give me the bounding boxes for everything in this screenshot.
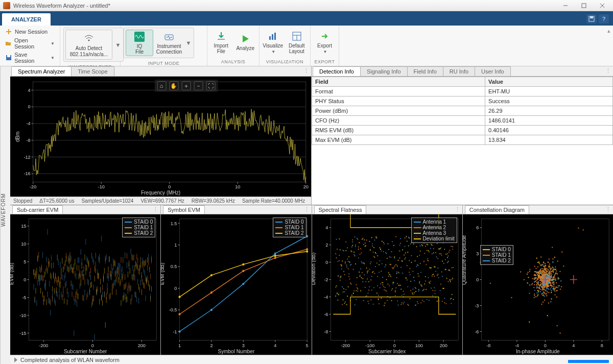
- minimize-button[interactable]: [558, 0, 573, 11]
- auto-detect-button[interactable]: Auto Detect 802.11a/n/ac/a...: [65, 30, 112, 60]
- svg-point-973: [450, 281, 451, 282]
- panel-menu-icon[interactable]: ⋮: [304, 206, 310, 213]
- maximize-button[interactable]: [576, 0, 592, 11]
- svg-point-721: [383, 286, 384, 287]
- svg-point-1718: [560, 280, 561, 281]
- save-session-button[interactable]: Save Session ▼: [3, 51, 57, 64]
- save-icon[interactable]: [586, 14, 597, 23]
- instrument-connection-label: Instrument Connection: [156, 43, 182, 55]
- svg-point-526: [358, 257, 359, 258]
- tab-user-info[interactable]: User Info: [475, 66, 511, 76]
- svg-point-828: [343, 288, 344, 289]
- svg-point-660: [338, 275, 339, 276]
- svg-point-705: [371, 276, 372, 277]
- svg-point-817: [335, 296, 336, 297]
- svg-point-818: [336, 285, 337, 286]
- svg-point-1489: [544, 293, 545, 294]
- svg-point-1605: [540, 276, 541, 277]
- svg-point-904: [399, 250, 400, 251]
- panel-menu-icon[interactable]: ⋮: [153, 206, 158, 213]
- panel-menu-icon[interactable]: ⋮: [455, 206, 460, 213]
- svg-point-517: [351, 247, 352, 248]
- svg-point-560: [383, 251, 384, 252]
- close-button[interactable]: [595, 0, 610, 11]
- svg-point-1706: [542, 264, 543, 265]
- con-ylabel: Quadrature Amplitude: [463, 235, 467, 284]
- waveform-side-tab[interactable]: WAVEFORM: [0, 66, 10, 364]
- svg-text:100: 100: [415, 342, 422, 348]
- svg-point-1297: [583, 229, 584, 230]
- svg-point-932: [419, 251, 420, 252]
- svg-point-638: [440, 247, 441, 248]
- svg-point-548: [374, 239, 375, 240]
- panel-menu-icon[interactable]: ⋮: [605, 206, 611, 213]
- svg-point-1387: [551, 285, 552, 286]
- svg-point-938: [424, 283, 425, 284]
- fullscreen-icon[interactable]: ⛶: [206, 81, 215, 90]
- svg-text:20: 20: [303, 184, 309, 189]
- svg-point-853: [361, 239, 362, 240]
- svg-point-1067: [551, 292, 552, 293]
- constellation-plot[interactable]: -8-4048-6-3036 STAID 0STAID 1STAID 2 In-…: [463, 214, 613, 355]
- panel-menu-icon[interactable]: ⋮: [605, 67, 611, 74]
- input-mode-dropdown[interactable]: ▼: [185, 40, 192, 46]
- tab-spectrum-analyzer[interactable]: Spectrum Analyzer: [11, 66, 72, 76]
- tab-spectral-flatness[interactable]: Spectral Flatness: [314, 205, 367, 214]
- svg-text:-0.5: -0.5: [169, 307, 177, 312]
- svg-point-554: [379, 272, 380, 273]
- svg-point-966: [444, 269, 445, 270]
- analyze-button[interactable]: Analyze: [235, 32, 256, 52]
- subcarrier-evm-plot[interactable]: -2000200-15-10-5051015 STAID 0STAID 1STA…: [10, 214, 160, 355]
- tab-symbol-evm[interactable]: Symbol EVM: [163, 205, 205, 214]
- svg-text:0: 0: [168, 184, 171, 189]
- svg-text:-100: -100: [365, 342, 374, 348]
- svg-point-1100: [546, 287, 547, 288]
- tab-time-scope[interactable]: Time Scope: [71, 66, 114, 76]
- tab-detection-info[interactable]: Detection Info: [313, 66, 361, 76]
- svg-point-607: [417, 303, 418, 304]
- visualize-button[interactable]: Visualize ▼: [263, 30, 284, 55]
- svg-point-464: [306, 248, 308, 250]
- zoom-out-icon[interactable]: －: [194, 81, 203, 90]
- svg-point-1717: [542, 293, 543, 294]
- svg-point-564: [386, 253, 387, 254]
- open-session-button[interactable]: Open Session ▼: [3, 37, 57, 50]
- svg-point-658: [336, 249, 337, 250]
- new-session-button[interactable]: New Session: [3, 28, 57, 36]
- svg-point-671: [346, 264, 347, 265]
- collapse-toolstrip-button[interactable]: ▴: [605, 26, 613, 66]
- tab-ru-info[interactable]: RU Info: [443, 66, 475, 76]
- tab-constellation[interactable]: Constellation Diagram: [465, 205, 529, 214]
- svg-point-1557: [548, 286, 549, 287]
- pan-icon[interactable]: ✋: [169, 81, 178, 90]
- spectrum-plot[interactable]: -20-1001020-16-12-8-404 ⌂ ✋ ＋ － ⛶ Freque…: [10, 77, 311, 197]
- tab-field-info[interactable]: Field Info: [407, 66, 443, 76]
- import-file-button[interactable]: Import File: [210, 30, 232, 55]
- panel-menu-icon[interactable]: ⋮: [303, 67, 309, 74]
- info-field: Format: [312, 87, 485, 96]
- export-button[interactable]: Export ▼: [314, 30, 336, 55]
- svg-text:10: 10: [235, 184, 240, 189]
- svg-point-884: [384, 302, 385, 303]
- symbol-evm-plot[interactable]: 12345-1-0.500.511.5 STAID 0STAID 1STAID …: [161, 214, 311, 355]
- svg-point-592: [406, 279, 407, 280]
- svg-point-1738: [544, 296, 545, 297]
- default-layout-button[interactable]: Default Layout: [287, 30, 308, 55]
- open-session-label: Open Session: [14, 37, 47, 50]
- tab-subcarrier-evm[interactable]: Sub-carrier EVM: [12, 205, 63, 214]
- status-rate: Sample Rate=40.0000 MHz: [242, 198, 305, 204]
- iq-file-button[interactable]: IQ File: [126, 30, 153, 56]
- svg-point-1486: [538, 284, 539, 285]
- svg-point-562: [384, 266, 385, 268]
- zoom-in-icon[interactable]: ＋: [181, 81, 191, 90]
- svg-point-1108: [541, 293, 542, 294]
- home-icon[interactable]: ⌂: [157, 81, 166, 90]
- svg-point-945: [429, 283, 430, 284]
- instrument-connection-button[interactable]: Instrument Connection: [155, 30, 183, 56]
- ribbon-tab-analyzer[interactable]: ANALYZER: [2, 13, 51, 26]
- tab-signaling-info[interactable]: Signaling Info: [360, 66, 408, 76]
- spectral-flatness-plot[interactable]: -200-1000100200-8-6-4-2024 Antenna 1Ante…: [312, 214, 462, 355]
- svg-point-967: [445, 254, 446, 255]
- help-icon[interactable]: ?: [599, 14, 609, 23]
- svg-point-1737: [534, 290, 535, 291]
